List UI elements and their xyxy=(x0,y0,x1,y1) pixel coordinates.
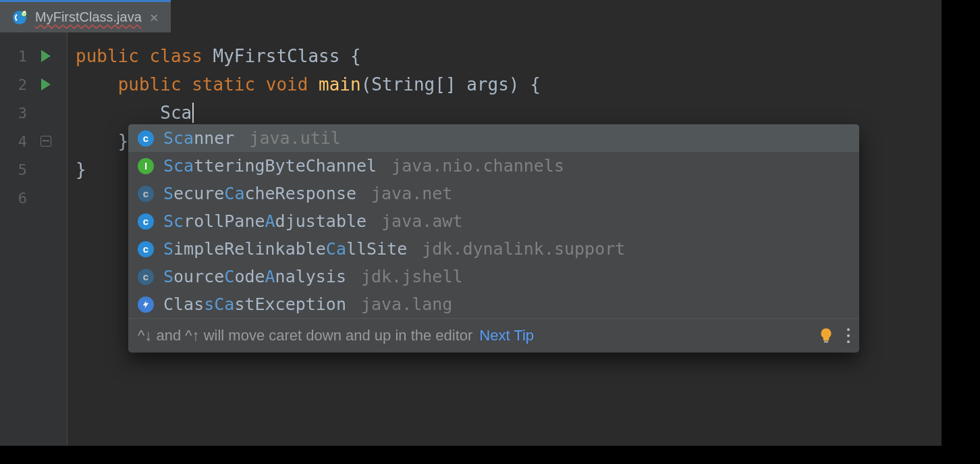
java-class-icon xyxy=(12,10,27,25)
code-line: public class MyFirstClass { xyxy=(67,42,942,70)
completion-item[interactable]: ClassCastExceptionjava.lang xyxy=(128,290,859,318)
close-tab-icon[interactable]: × xyxy=(150,9,159,26)
gutter: 1 2 3 4 5 6 xyxy=(0,32,67,446)
completion-item-name: ClassCastException xyxy=(163,294,346,314)
completion-item-name: ScrollPaneAdjustable xyxy=(163,211,366,231)
code-line: public static void main(String[] args) { xyxy=(67,70,942,99)
run-main-icon[interactable] xyxy=(27,78,64,91)
completion-item-package: java.lang xyxy=(361,294,452,314)
interface-icon: I xyxy=(138,158,154,174)
run-class-icon[interactable] xyxy=(27,50,64,62)
class-icon: c xyxy=(138,213,154,230)
more-menu-icon[interactable] xyxy=(847,328,850,343)
line-number: 2 xyxy=(0,76,27,93)
completion-item-package: java.nio.channels xyxy=(391,156,564,176)
completion-item-name: SecureCacheResponse xyxy=(163,184,356,203)
completion-list: cScannerjava.utilIScatteringByteChannelj… xyxy=(128,124,859,318)
completion-item[interactable]: cSecureCacheResponsejava.net xyxy=(128,180,859,207)
code-line: Sca xyxy=(67,99,942,127)
completion-item-package: java.net xyxy=(371,184,452,203)
completion-item[interactable]: cSimpleRelinkableCallSitejdk.dynalink.su… xyxy=(128,235,859,263)
line-number: 4 xyxy=(0,133,27,150)
completion-item[interactable]: cScannerjava.util xyxy=(128,124,859,152)
completion-item-package: jdk.jshell xyxy=(361,267,463,286)
footer-hint: ^↓ and ^↑ will move caret down and up in… xyxy=(138,327,472,344)
fold-icon[interactable] xyxy=(27,136,64,147)
completion-item[interactable]: IScatteringByteChanneljava.nio.channels xyxy=(128,152,859,180)
line-number: 5 xyxy=(0,161,27,178)
class-icon: c xyxy=(138,186,154,202)
svg-rect-2 xyxy=(824,341,829,342)
tab-bar: MyFirstClass.java × xyxy=(0,0,942,32)
completion-item-package: java.util xyxy=(249,128,340,148)
completion-footer: ^↓ and ^↑ will move caret down and up in… xyxy=(128,318,859,353)
completion-item-package: java.awt xyxy=(381,211,462,231)
completion-item-name: Scanner xyxy=(163,128,234,148)
ide-window: MyFirstClass.java × 1 2 3 4 5 xyxy=(0,0,942,446)
tab-filename: MyFirstClass.java xyxy=(35,9,142,25)
exception-icon xyxy=(138,297,154,313)
code-completion-popup: cScannerjava.utilIScatteringByteChannelj… xyxy=(128,124,859,353)
next-tip-link[interactable]: Next Tip xyxy=(479,327,534,344)
completion-item-name: SimpleRelinkableCallSite xyxy=(163,239,407,259)
line-number: 6 xyxy=(0,190,27,207)
completion-item-name: SourceCodeAnalysis xyxy=(163,267,346,286)
line-number: 1 xyxy=(0,48,27,65)
line-number: 3 xyxy=(0,105,27,122)
completion-item-package: jdk.dynalink.support xyxy=(422,239,625,259)
class-icon: c xyxy=(138,241,154,257)
completion-item[interactable]: cScrollPaneAdjustablejava.awt xyxy=(128,207,859,235)
bulb-icon[interactable] xyxy=(817,327,835,344)
class-icon: c xyxy=(138,130,154,147)
text-caret xyxy=(192,103,194,123)
class-icon: c xyxy=(138,269,154,285)
completion-item[interactable]: cSourceCodeAnalysisjdk.jshell xyxy=(128,263,859,290)
editor-tab[interactable]: MyFirstClass.java × xyxy=(0,0,171,32)
completion-item-name: ScatteringByteChannel xyxy=(163,156,377,176)
